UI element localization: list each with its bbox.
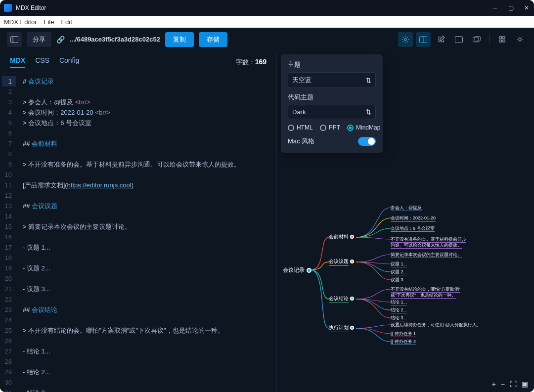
mindmap-leaf[interactable]: 不开没有准备的会。基于材料提前异步沟通、可以给会议带来惊人的提效。 [391,236,519,248]
mindmap-leaf[interactable]: 结论 2... [391,307,407,313]
tab-css[interactable]: CSS [35,56,49,68]
mindmap-leaf[interactable]: 不开没有结论的会，哪怕"方案取消"或"下次再议"，也是结论的一种。 [391,286,519,298]
mindmap-branch[interactable]: 执行计划 [329,324,354,332]
save-button[interactable]: 存储 [199,32,227,47]
menu-edit[interactable]: Edit [61,18,72,26]
edit-icon[interactable] [434,32,448,47]
theme-label: 主题 [288,60,376,69]
window-close[interactable]: ✕ [523,4,530,11]
link-icon: 🔗 [56,36,65,44]
radio-mindmap[interactable]: MindMap [347,124,380,131]
copy-button[interactable]: 复制 [165,32,194,47]
settings-popover: 主题 天空蓝⇅ 代码主题 Dark⇅ HTML PPT MindMap Mac … [281,54,383,153]
svg-rect-8 [499,37,501,39]
mindmap-leaf[interactable]: 议题 3... [391,277,407,283]
radio-html[interactable]: HTML [288,124,313,131]
mindmap-leaf[interactable]: 会议地点：6 号会议室 [391,225,435,232]
mindmap-leaf[interactable]: 议题 2... [391,269,407,275]
titlebar: MDX Editor ─ ▢ ✕ [0,0,534,16]
app-title: MDX Editor [16,4,46,11]
preview-tools: + − ⛶ ▣ [492,380,528,388]
theme-select[interactable]: 天空蓝⇅ [288,72,376,88]
svg-rect-10 [499,40,501,42]
mindmap-leaf[interactable]: 结论 1... [391,299,407,305]
preview-pane: 主题 天空蓝⇅ 代码主题 Dark⇅ HTML PPT MindMap Mac … [277,51,534,392]
editor-pane: MDX CSS Config 字数：169 123456789101112131… [0,51,277,392]
tab-config[interactable]: Config [59,56,79,68]
mindmap-branch[interactable]: 会议结论 [329,295,354,303]
mindmap-leaf[interactable]: 设置后续待办任务，可使用 @人分配执行人。 [391,322,481,328]
menu-file[interactable]: File [44,18,54,26]
zoom-in-icon[interactable]: + [492,380,496,388]
mac-style-label: Mac 风格 [288,137,314,146]
zoom-out-icon[interactable]: − [501,380,505,388]
grid-icon[interactable] [494,32,509,47]
chevron-updown-icon: ⇅ [366,108,371,116]
document-path: .../6489ace3f5cf3a3d28c02c52 [70,36,160,43]
code-editor[interactable]: 1234567891011121314151617181920212223242… [0,73,276,392]
svg-rect-5 [455,36,463,43]
mindmap-branch[interactable]: 会议议题 [329,258,354,266]
mindmap-branch[interactable]: 会前材料 [329,233,354,241]
code-theme-label: 代码主题 [288,93,376,102]
fit-icon[interactable]: ⛶ [510,380,517,388]
layout-single-icon[interactable] [451,32,466,47]
code-theme-select[interactable]: Dark⇅ [288,105,376,119]
mindmap-leaf[interactable]: 简要记录本次会议的主要议题讨论。 [391,252,462,258]
chevron-updown-icon: ⇅ [366,77,371,84]
window-maximize[interactable]: ▢ [507,4,514,11]
svg-rect-11 [502,40,504,42]
tab-mdx[interactable]: MDX [10,56,25,68]
mac-style-switch[interactable] [358,137,376,146]
radio-ppt[interactable]: PPT [320,124,340,131]
svg-rect-0 [11,36,18,43]
toolbar: 分享 🔗 .../6489ace3f5cf3a3d28c02c52 复制 存储 [0,28,534,51]
svg-rect-9 [502,37,504,39]
mindmap-leaf[interactable]: [] 待办任务 2 [391,339,416,345]
menubar: MDX Editor File Edit [0,16,534,28]
share-button[interactable]: 分享 [27,32,51,47]
mindmap-root[interactable]: 会议记录 [283,266,312,274]
svg-point-12 [519,38,521,41]
menu-app[interactable]: MDX Editor [4,18,37,26]
sidebar-toggle-icon[interactable] [7,32,22,47]
mindmap-leaf[interactable]: 参会人：@提及 [391,205,422,211]
mindmap-leaf[interactable]: 结论 3... [391,315,407,321]
layout-split-icon[interactable] [416,32,431,47]
theme-toggle-icon[interactable] [512,32,527,47]
center-icon[interactable]: ▣ [522,380,528,388]
mindmap-leaf[interactable]: 议题 1... [391,261,407,267]
word-count: 字数：169 [236,58,267,67]
mindmap-leaf[interactable]: [] 待办任务 1 [391,331,416,337]
svg-point-2 [404,39,406,41]
app-icon [4,4,12,12]
settings-icon[interactable] [398,32,413,47]
window-minimize[interactable]: ─ [491,4,498,11]
layout-overlap-icon[interactable] [469,32,484,47]
mindmap-leaf[interactable]: 会议时间：2022-01-20 [391,215,436,221]
